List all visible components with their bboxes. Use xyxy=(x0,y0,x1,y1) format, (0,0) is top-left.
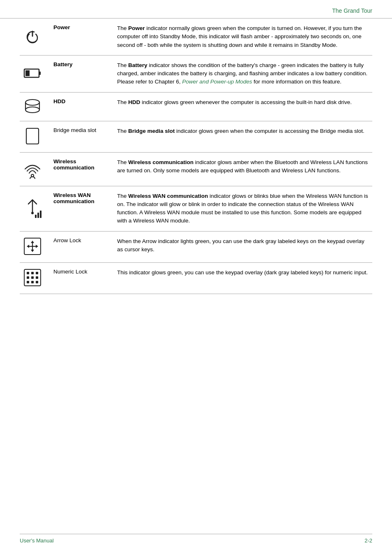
power-desc: The Power indicator normally glows green… xyxy=(113,19,372,55)
svg-point-28 xyxy=(32,246,33,247)
bridge-name: Bridge media slot xyxy=(49,121,113,152)
hdd-icon xyxy=(23,98,42,114)
arrow-lock-name: Arrow Lock xyxy=(49,231,113,262)
svg-rect-37 xyxy=(31,281,34,283)
content-area: Power The Power indicator normally glows… xyxy=(0,19,392,294)
hdd-desc: The HDD indicator glows green whenever t… xyxy=(113,92,372,121)
table-row: Numeric Lock This indicator glows green,… xyxy=(20,262,372,294)
svg-rect-38 xyxy=(36,281,38,283)
hdd-name: HDD xyxy=(49,92,113,121)
svg-rect-35 xyxy=(36,276,38,279)
svg-marker-22 xyxy=(31,250,34,252)
power-icon xyxy=(23,27,42,45)
svg-rect-32 xyxy=(36,272,38,274)
svg-point-18 xyxy=(31,212,34,214)
svg-rect-36 xyxy=(27,281,29,283)
numeric-lock-desc: This indicator glows green, you can use … xyxy=(113,262,372,294)
numeric-lock-name: Numeric Lock xyxy=(49,262,113,294)
footer-left: User's Manual xyxy=(20,537,54,544)
table-row: HDD The HDD indicator glows green whenev… xyxy=(20,92,372,121)
svg-point-6 xyxy=(25,100,39,105)
power-name: Power xyxy=(49,19,113,55)
battery-name: Battery xyxy=(49,55,113,92)
svg-rect-30 xyxy=(27,272,29,274)
svg-rect-15 xyxy=(35,215,37,218)
table-row: Power The Power indicator normally glows… xyxy=(20,19,372,55)
indicator-table: Power The Power indicator normally glows… xyxy=(20,19,372,294)
svg-point-9 xyxy=(25,107,39,113)
svg-line-13 xyxy=(28,200,32,204)
power-icon-cell xyxy=(20,19,49,55)
bridge-media-icon xyxy=(25,127,40,145)
page-header: The Grand Tour xyxy=(0,0,392,19)
bridge-desc: The Bridge media slot indicator glows gr… xyxy=(113,121,372,152)
svg-rect-31 xyxy=(31,272,34,274)
wireless-icon xyxy=(22,158,43,179)
table-row: Wireless WANcommunication The Wireless W… xyxy=(20,186,372,231)
arrow-lock-icon xyxy=(23,237,42,255)
svg-rect-4 xyxy=(39,72,41,75)
wireless-icon-cell xyxy=(20,152,49,186)
wireless-wan-icon-cell xyxy=(20,186,49,231)
header-title: The Grand Tour xyxy=(332,7,372,14)
wireless-name: Wirelesscommunication xyxy=(49,152,113,186)
table-row: Wirelesscommunication The Wireless commu… xyxy=(20,152,372,186)
svg-line-14 xyxy=(32,200,37,204)
table-row: Battery The Battery indicator shows the … xyxy=(20,55,372,92)
wireless-desc: The Wireless communication indicator glo… xyxy=(113,152,372,186)
wireless-wan-desc: The Wireless WAN communication indicator… xyxy=(113,186,372,231)
wireless-wan-name: Wireless WANcommunication xyxy=(49,186,113,231)
svg-rect-10 xyxy=(26,128,39,144)
bridge-icon-cell xyxy=(20,121,49,152)
svg-marker-24 xyxy=(27,245,29,248)
svg-rect-34 xyxy=(31,276,34,279)
footer-right: 2-2 xyxy=(364,537,372,544)
battery-desc: The Battery indicator shows the conditio… xyxy=(113,55,372,92)
svg-rect-33 xyxy=(27,276,29,279)
svg-rect-16 xyxy=(37,213,39,218)
battery-link[interactable]: Power and Power-up Modes xyxy=(182,79,252,85)
svg-marker-20 xyxy=(31,241,34,243)
page-footer: User's Manual 2-2 xyxy=(20,534,372,544)
arrow-lock-icon-cell xyxy=(20,231,49,262)
svg-rect-5 xyxy=(25,70,30,76)
table-row: Bridge media slot The Bridge media slot … xyxy=(20,121,372,152)
table-row: Arrow Lock When the Arrow indicator ligh… xyxy=(20,231,372,262)
wireless-wan-icon xyxy=(22,197,43,220)
numeric-lock-icon-cell xyxy=(20,262,49,294)
hdd-icon-cell xyxy=(20,92,49,121)
battery-icon-cell xyxy=(20,55,49,92)
svg-marker-26 xyxy=(36,245,38,248)
svg-rect-17 xyxy=(40,211,42,218)
numeric-lock-icon xyxy=(23,269,42,287)
arrow-lock-desc: When the Arrow indicator lights green, y… xyxy=(113,231,372,262)
battery-icon xyxy=(23,67,42,80)
